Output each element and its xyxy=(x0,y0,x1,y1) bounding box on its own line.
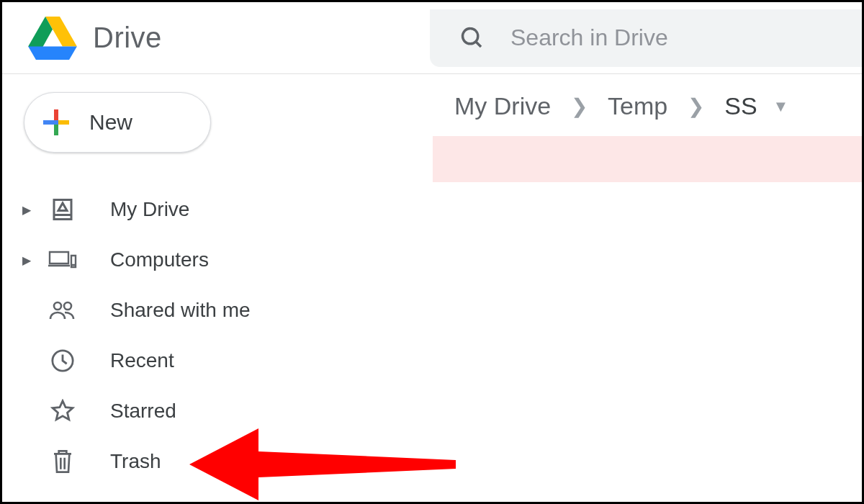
svg-rect-6 xyxy=(58,120,69,125)
recent-icon xyxy=(41,348,84,373)
sidebar-item-label: Trash xyxy=(110,450,161,473)
sidebar-item-trash[interactable]: Trash xyxy=(2,436,405,487)
sidebar-nav: ▶ My Drive ▶ Computers Shared with me xyxy=(2,184,405,487)
sidebar-item-label: Shared with me xyxy=(110,299,251,322)
breadcrumb: My Drive ❯ Temp ❯ SS ▼ xyxy=(433,76,862,136)
computers-icon xyxy=(41,248,84,272)
svg-point-8 xyxy=(54,302,61,310)
svg-rect-7 xyxy=(54,120,58,125)
svg-point-9 xyxy=(64,302,71,310)
search-input[interactable] xyxy=(509,9,862,67)
sidebar-item-label: My Drive xyxy=(110,198,189,221)
new-button-label: New xyxy=(89,110,132,135)
svg-rect-3 xyxy=(54,109,58,121)
shared-icon xyxy=(41,300,84,321)
chevron-right-icon: ❯ xyxy=(688,94,704,118)
star-icon xyxy=(41,399,84,423)
breadcrumb-dropdown-icon[interactable]: ▼ xyxy=(773,97,789,116)
sidebar-item-computers[interactable]: ▶ Computers xyxy=(2,235,405,285)
app-header: Drive xyxy=(2,2,862,74)
breadcrumb-segment[interactable]: Temp xyxy=(608,92,667,120)
sidebar-item-label: Computers xyxy=(110,248,209,271)
search-icon xyxy=(460,26,485,50)
expand-chevron-icon[interactable]: ▶ xyxy=(12,203,41,217)
sidebar-item-label: Recent xyxy=(110,349,174,372)
svg-rect-5 xyxy=(43,120,55,125)
sidebar-item-starred[interactable]: Starred xyxy=(2,386,405,436)
new-button[interactable]: New xyxy=(24,92,211,153)
breadcrumb-segment-current[interactable]: SS xyxy=(724,92,757,120)
sidebar-item-label: Starred xyxy=(110,400,176,423)
drive-logo-icon xyxy=(28,17,77,60)
content-area: My Drive ❯ Temp ❯ SS ▼ xyxy=(433,76,862,182)
app-title: Drive xyxy=(93,22,162,54)
svg-marker-2 xyxy=(28,46,77,59)
sidebar-item-shared[interactable]: Shared with me xyxy=(2,285,405,336)
trash-icon xyxy=(41,449,84,474)
sidebar-item-recent[interactable]: Recent xyxy=(2,336,405,386)
highlight-band xyxy=(433,136,862,182)
chevron-right-icon: ❯ xyxy=(571,94,588,118)
expand-chevron-icon[interactable]: ▶ xyxy=(12,253,41,267)
my-drive-icon xyxy=(41,197,84,222)
sidebar: New ▶ My Drive ▶ Computers Shared with m… xyxy=(2,76,405,487)
search-bar[interactable] xyxy=(430,9,862,67)
sidebar-item-my-drive[interactable]: ▶ My Drive xyxy=(2,184,405,235)
app-logo[interactable]: Drive xyxy=(28,17,162,60)
breadcrumb-segment[interactable]: My Drive xyxy=(454,92,551,120)
svg-rect-4 xyxy=(54,124,58,135)
plus-icon xyxy=(42,108,71,137)
